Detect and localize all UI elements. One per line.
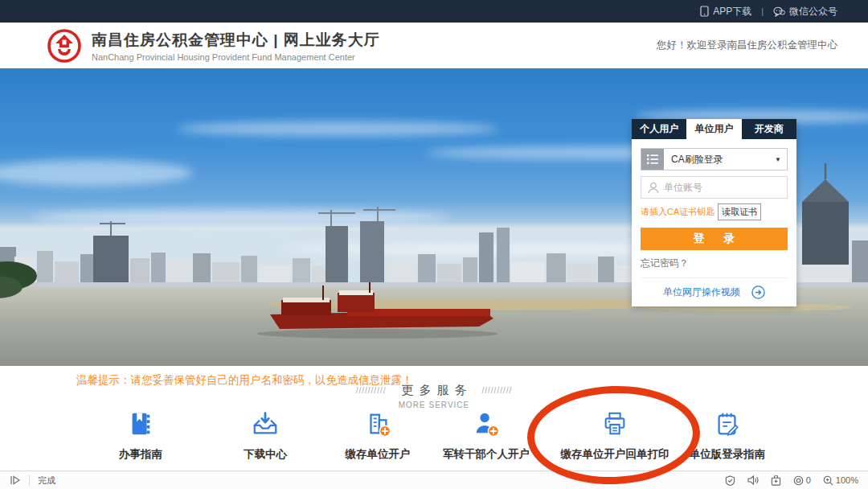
forgot-password-link[interactable]: 忘记密码？ [641, 257, 788, 270]
page-load-status: 完成 [38, 475, 55, 487]
browser-status-bar: 完成 0 [0, 471, 868, 489]
hero-banner: 个人用户 单位用户 开发商 CA刷脸登录 ▼ [0, 68, 868, 366]
phone-icon [700, 6, 709, 17]
book-icon [127, 410, 154, 438]
list-icon [641, 149, 664, 170]
chevron-down-icon: ▼ [775, 156, 787, 163]
login-panel: 个人用户 单位用户 开发商 CA刷脸登录 ▼ [632, 119, 796, 306]
wechat-label: 微信公众号 [789, 5, 837, 18]
login-tabs: 个人用户 单位用户 开发商 [632, 119, 796, 139]
speaker-icon [747, 475, 759, 485]
welcome-text: 您好！欢迎登录南昌住房公积金管理中心 [657, 39, 837, 52]
hatch-left: ////////// [356, 386, 387, 395]
statusbar-divider [29, 475, 30, 486]
service-guide[interactable]: 办事指南 [68, 410, 213, 462]
topbar-separator: | [761, 6, 764, 16]
blocked-ads-count: 0 [806, 475, 811, 485]
login-method-value: CA刷脸登录 [664, 153, 775, 166]
service-label: 办事指南 [68, 447, 213, 462]
service-military-personal-account[interactable]: 军转干部个人开户 [414, 410, 559, 462]
wechat-link[interactable]: 微信公众号 [773, 5, 837, 18]
reader-mode-icon[interactable] [10, 475, 21, 485]
blocked-ads-counter[interactable]: 0 [793, 475, 811, 486]
security-shield-button[interactable] [725, 475, 735, 486]
app-download-link[interactable]: APP下载 [700, 5, 751, 18]
arrow-right-circle-icon[interactable] [751, 286, 765, 299]
service-company-login-guide[interactable]: 单位版登录指南 [655, 410, 800, 462]
more-services-header: ////////// 更多服务 ////////// MORE SERVICE [0, 383, 868, 409]
login-button[interactable]: 登 录 [641, 228, 788, 250]
site-title: 南昌住房公积金管理中心 | 网上业务大厅 [92, 30, 380, 51]
service-label: 军转干部个人开户 [414, 447, 559, 462]
tab-company-user[interactable]: 单位用户 [686, 119, 741, 139]
zoom-level-value: 100% [836, 475, 858, 485]
provident-fund-logo-icon [47, 28, 82, 64]
printer-icon [601, 410, 628, 438]
zoom-control[interactable]: 100% [823, 475, 858, 486]
account-input-row [641, 176, 788, 199]
extension-box-button[interactable] [771, 475, 781, 486]
login-method-select[interactable]: CA刷脸登录 ▼ [641, 148, 788, 171]
tab-developer[interactable]: 开发商 [742, 119, 796, 139]
more-services-subtitle: MORE SERVICE [0, 401, 868, 409]
ca-key-hint: 请插入CA证书钥匙 [641, 206, 714, 218]
shield-check-icon [725, 475, 735, 486]
app-download-label: APP下载 [713, 5, 751, 18]
read-certificate-button[interactable]: 读取证书 [718, 203, 761, 220]
sound-button[interactable] [747, 475, 759, 485]
download-icon [252, 410, 279, 438]
building-plus-icon [364, 410, 391, 438]
account-input[interactable] [664, 182, 776, 193]
more-services-title: 更多服务 [396, 383, 473, 398]
ad-block-icon [793, 475, 804, 486]
top-utility-bar: APP下载 | 微信公众号 [0, 0, 868, 23]
zoom-magnifier-icon [823, 475, 833, 486]
person-plus-icon [473, 410, 500, 438]
box-plus-icon [771, 475, 781, 486]
more-services-section: 温馨提示：请您妥善保管好自己的用户名和密码，以免造成信息泄露！ ////////… [0, 366, 868, 471]
site-header: 南昌住房公积金管理中心 | 网上业务大厅 NanChang Provincial… [0, 23, 868, 68]
hatch-right: ////////// [482, 386, 513, 395]
wechat-icon [773, 6, 785, 17]
user-icon [648, 182, 659, 194]
service-label: 单位版登录指南 [655, 447, 800, 462]
company-portal-video-link[interactable]: 单位网厅操作视频 [663, 286, 740, 299]
site-subtitle: NanChang Provincial Housing Provident Fu… [92, 52, 380, 62]
tab-personal-user[interactable]: 个人用户 [632, 119, 686, 139]
notebook-pen-icon [714, 410, 741, 438]
